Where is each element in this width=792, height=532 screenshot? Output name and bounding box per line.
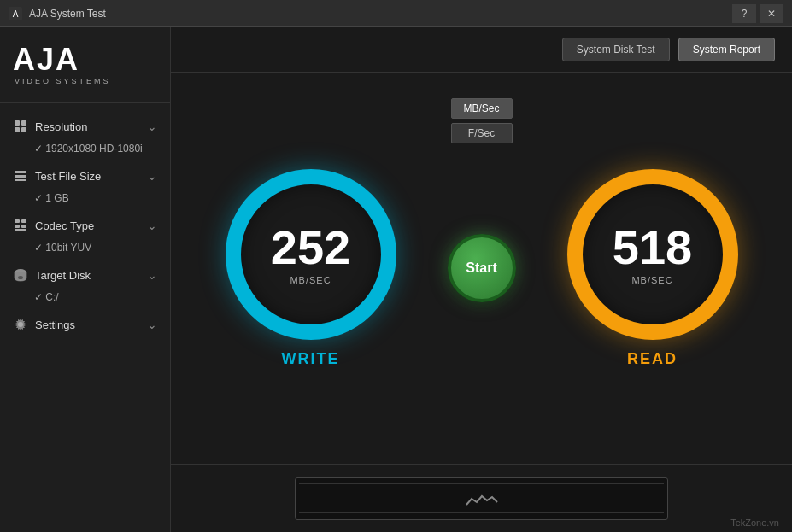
content-area: System Disk Test System Report MB/Sec F/… [171,27,792,532]
title-bar: A AJA System Test ? ✕ [0,0,792,27]
resolution-label: Resolution [35,120,87,133]
testfilesize-label: Test File Size [35,170,101,183]
sidebar-item-codectype[interactable]: Codec Type ⌄ [0,211,170,240]
aja-logo: AJA VIDEO SYSTEMS [13,44,157,85]
write-gauge-ring: 252 MB/SEC [226,169,396,340]
write-value: 252 [271,224,350,272]
read-unit: MB/SEC [631,275,672,285]
window-title: AJA System Test [29,8,106,20]
sidebar-item-testfilesize[interactable]: Test File Size ⌄ [0,161,170,190]
svg-rect-10 [21,219,26,223]
read-label: READ [627,350,678,368]
read-value: 518 [613,224,692,272]
graph-line-2 [299,488,663,488]
svg-point-15 [18,276,23,279]
svg-rect-5 [21,127,26,132]
title-bar-left: A AJA System Test [9,7,106,20]
settings-chevron: ⌄ [147,318,157,331]
fsec-button[interactable]: F/Sec [450,123,512,143]
testfilesize-chevron: ⌄ [147,169,157,183]
settings-label: Settings [35,319,75,331]
resolution-icon [13,119,28,134]
graph-area[interactable] [295,477,667,520]
sidebar: AJA VIDEO SYSTEMS Resolution ⌄ ✓ 1920x10 [0,27,171,532]
resolution-value: ✓ 1920x1080 HD-1080i [0,141,170,161]
toolbar: System Disk Test System Report [171,27,792,73]
start-btn-container: Start [448,234,516,302]
bottom-bar: TekZone.vn [171,464,792,532]
app-icon: A [9,7,22,20]
svg-rect-9 [15,219,20,223]
gauges-area: MB/Sec F/Sec 252 MB/SEC WRITE Start 518 … [171,73,792,464]
graph-line-3 [299,512,663,513]
codectype-value: ✓ 10bit YUV [0,240,170,260]
svg-rect-11 [15,225,20,228]
graph-icon [465,492,499,509]
svg-rect-2 [15,120,20,126]
sidebar-item-resolution[interactable]: Resolution ⌄ [0,112,170,141]
svg-rect-6 [15,171,26,173]
aja-logo-text: AJA [13,44,79,75]
help-button[interactable]: ? [732,4,756,23]
unit-buttons: MB/Sec F/Sec [450,98,512,143]
main-container: AJA VIDEO SYSTEMS Resolution ⌄ ✓ 1920x10 [0,27,792,532]
read-gauge-container: 518 MB/SEC READ [567,169,738,368]
write-unit: MB/SEC [290,275,331,285]
graph-line-1 [299,483,663,484]
sidebar-item-targetdisk[interactable]: Target Disk ⌄ [0,260,170,289]
sidebar-item-settings[interactable]: Settings ⌄ [0,310,170,339]
settings-icon [13,317,28,332]
window-controls: ? ✕ [732,4,783,23]
logo-area: AJA VIDEO SYSTEMS [0,36,170,103]
targetdisk-chevron: ⌄ [147,268,157,282]
svg-rect-13 [15,229,26,231]
start-button[interactable]: Start [448,234,516,302]
targetdisk-label: Target Disk [35,269,91,282]
svg-rect-3 [21,120,26,126]
targetdisk-value: ✓ C:/ [0,289,170,310]
graph-lines [296,478,666,519]
codectype-icon [13,218,28,233]
read-gauge-ring: 518 MB/SEC [567,169,738,340]
codectype-label: Codec Type [35,219,94,232]
svg-rect-12 [21,225,26,228]
aja-logo-subtitle: VIDEO SYSTEMS [15,77,111,85]
svg-rect-8 [15,179,26,181]
system-report-button[interactable]: System Report [678,38,775,61]
codectype-chevron: ⌄ [147,219,157,232]
testfilesize-icon [13,168,28,184]
close-button[interactable]: ✕ [760,4,783,23]
watermark: TekZone.vn [730,517,779,528]
svg-rect-7 [15,175,26,178]
disk-test-button[interactable]: System Disk Test [562,38,670,61]
testfilesize-value: ✓ 1 GB [0,190,170,211]
mbsec-button[interactable]: MB/Sec [450,98,512,119]
targetdisk-icon [13,267,28,283]
write-gauge-container: 252 MB/SEC WRITE [226,169,396,368]
write-label: WRITE [282,350,340,368]
resolution-chevron: ⌄ [147,120,157,133]
svg-rect-4 [15,127,20,132]
svg-text:A: A [13,9,19,19]
